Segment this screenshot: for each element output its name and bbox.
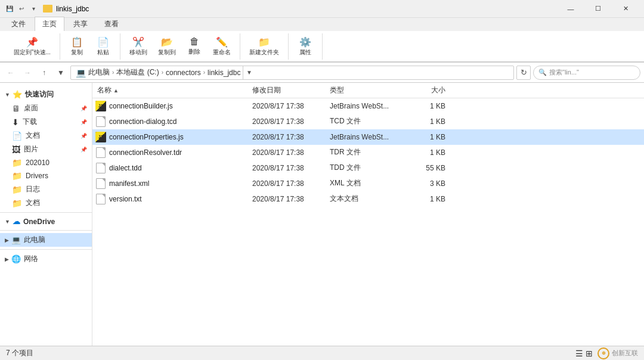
table-row[interactable]: dialect.tdd 2020/8/17 17:38 TDD 文件 55 KB — [92, 160, 644, 176]
desktop-icon: 🖥 — [12, 104, 20, 113]
back-button[interactable]: ← — [4, 66, 18, 80]
generic-file-icon — [95, 162, 107, 174]
search-box[interactable]: 🔍 搜索"lin..." — [533, 66, 640, 80]
sidebar-item-202010[interactable]: 📁 202010 — [0, 156, 92, 169]
rename-label: 重命名 — [213, 48, 231, 57]
dropdown-arrow-icon[interactable]: ▾ — [29, 4, 38, 14]
ribbon-group-nav: 📌 固定到"快速... — [5, 33, 60, 60]
file-name-cell: connection-dialog.tcd — [92, 116, 247, 128]
file-name-cell: connectionResolver.tdr — [92, 147, 247, 159]
paste-button[interactable]: 📄 粘贴 — [91, 35, 115, 58]
sidebar-item-logs[interactable]: 📁 日志 — [0, 182, 92, 196]
table-row[interactable]: connection-dialog.tcd 2020/8/17 17:38 TC… — [92, 114, 644, 129]
table-row[interactable]: connectionResolver.tdr 2020/8/17 17:38 T… — [92, 145, 644, 160]
table-row[interactable]: JS connectionProperties.js 2020/8/17 17:… — [92, 129, 644, 145]
sidebar-docs-label: 文档 — [26, 198, 40, 208]
breadcrumb-connectors[interactable]: connectors — [166, 69, 201, 77]
tab-home[interactable]: 主页 — [35, 17, 64, 31]
sidebar-item-drivers[interactable]: 📁 Drivers — [0, 169, 92, 182]
sort-arrow-icon: ▲ — [113, 88, 119, 94]
delete-button[interactable]: 🗑 删除 — [182, 35, 206, 58]
pin-to-quickaccess-button[interactable]: 📌 固定到"快速... — [10, 35, 55, 58]
file-name: connection-dialog.tcd — [109, 117, 177, 126]
sidebar-item-pictures[interactable]: 🖼 图片 📌 — [0, 142, 92, 156]
quickaccess-star-icon: ⭐ — [13, 90, 22, 99]
sidebar-quickaccess-header[interactable]: ▼ ⭐ 快速访问 — [0, 88, 92, 101]
file-name: dialect.tdd — [109, 164, 142, 172]
copy-label: 复制 — [71, 48, 83, 57]
search-icon: 🔍 — [538, 69, 547, 76]
file-name: connectionBuilder.js — [109, 102, 173, 110]
table-row[interactable]: manifest.xml 2020/8/17 17:38 XML 文档 3 KB — [92, 176, 644, 191]
watermark-logo: ⊕ — [597, 347, 609, 359]
network-icon: 🌐 — [11, 255, 21, 263]
js-file-icon: JS — [95, 131, 107, 143]
copy-to-button[interactable]: 📂 复制到 — [154, 35, 180, 58]
column-date[interactable]: 修改日期 — [247, 85, 325, 95]
sidebar-item-documents[interactable]: 📄 文档 📌 — [0, 129, 92, 142]
sidebar-pictures-label: 图片 — [24, 144, 38, 154]
pictures-pin-icon: 📌 — [80, 147, 87, 153]
new-folder-icon: 📁 — [258, 36, 270, 48]
title-bar: 💾 ↩ ▾ linkis_jdbc — ☐ ✕ — [0, 0, 644, 18]
move-to-button[interactable]: ✂️ 移动到 — [125, 35, 151, 58]
maximize-button[interactable]: ☐ — [584, 0, 612, 18]
breadcrumb-linkis-jdbc[interactable]: linkis_jdbc — [208, 69, 240, 77]
copy-button[interactable]: 📋 复制 — [65, 35, 89, 58]
file-type-cell: JetBrains WebSt... — [325, 133, 402, 141]
sidebar-documents-label: 文档 — [26, 131, 40, 141]
file-size-cell: 1 KB — [402, 102, 450, 110]
sidebar-section-thispc: ▶ 💻 此电脑 — [0, 233, 92, 247]
file-size-cell: 3 KB — [402, 179, 450, 188]
breadcrumb-drive[interactable]: 本地磁盘 (C:) — [116, 67, 159, 77]
view-icons: ☰ ⊞ — [575, 349, 593, 358]
file-list-area: 名称 ▲ 修改日期 类型 大小 JS connectionBuilder.js … — [92, 83, 644, 346]
sidebar-item-downloads[interactable]: ⬇ 下载 📌 — [0, 115, 92, 129]
column-size[interactable]: 大小 — [402, 85, 450, 95]
address-bar[interactable]: 💻 此电脑 › 本地磁盘 (C:) › connectors › linkis_… — [70, 66, 514, 80]
column-name[interactable]: 名称 ▲ — [92, 85, 247, 95]
properties-button[interactable]: ⚙️ 属性 — [293, 35, 317, 58]
sidebar-divider-2 — [0, 230, 92, 231]
main-area: ▼ ⭐ 快速访问 🖥 桌面 📌 ⬇ 下载 📌 📄 文档 📌 🖼 图片 — [0, 83, 644, 346]
close-button[interactable]: ✕ — [612, 0, 639, 18]
tab-share[interactable]: 共享 — [66, 17, 95, 31]
generic-file-icon — [95, 116, 107, 128]
undo-icon[interactable]: ↩ — [17, 4, 26, 14]
column-type[interactable]: 类型 — [325, 85, 402, 95]
documents-icon: 📄 — [12, 131, 22, 141]
forward-button[interactable]: → — [20, 66, 35, 80]
minimize-button[interactable]: — — [557, 0, 584, 18]
table-row[interactable]: version.txt 2020/8/17 17:38 文本文档 1 KB — [92, 191, 644, 207]
sidebar-logs-label: 日志 — [26, 184, 40, 194]
network-arrow-icon: ▶ — [5, 256, 9, 262]
desktop-pin-icon: 📌 — [80, 105, 87, 111]
sidebar-item-thispc[interactable]: ▶ 💻 此电脑 — [0, 233, 92, 247]
table-row[interactable]: JS connectionBuilder.js 2020/8/17 17:38 … — [92, 98, 644, 114]
up-button[interactable]: ↑ — [37, 66, 51, 80]
tab-file[interactable]: 文件 — [4, 17, 33, 31]
sidebar-section-quickaccess: ▼ ⭐ 快速访问 🖥 桌面 📌 ⬇ 下载 📌 📄 文档 📌 🖼 图片 — [0, 88, 92, 210]
sidebar-item-network[interactable]: ▶ 🌐 网络 — [0, 252, 92, 266]
file-rows-container: JS connectionBuilder.js 2020/8/17 17:38 … — [92, 98, 644, 207]
rename-button[interactable]: ✏️ 重命名 — [209, 35, 235, 58]
grid-view-icon[interactable]: ⊞ — [586, 349, 593, 358]
folder-logs-icon: 📁 — [12, 185, 22, 194]
sidebar-item-docs[interactable]: 📁 文档 — [0, 196, 92, 210]
sidebar-onedrive-header[interactable]: ▼ ☁ OneDrive — [0, 215, 92, 228]
tab-view[interactable]: 查看 — [97, 17, 126, 31]
list-view-icon[interactable]: ☰ — [575, 349, 583, 358]
recent-locations-button[interactable]: ▼ — [54, 66, 68, 80]
quick-access-icon: 💾 — [5, 4, 14, 14]
refresh-button[interactable]: ↻ — [516, 66, 531, 80]
address-dropdown-button[interactable]: ▼ — [243, 66, 255, 80]
title-bar-controls: — ☐ ✕ — [557, 0, 639, 18]
breadcrumb-thispc[interactable]: 此电脑 — [88, 67, 110, 77]
item-count: 7 个项目 — [6, 348, 33, 358]
status-right: ☰ ⊞ ⊕ 创新互联 — [575, 347, 638, 359]
sidebar-thispc-label: 此电脑 — [24, 235, 45, 245]
sidebar-item-desktop[interactable]: 🖥 桌面 📌 — [0, 101, 92, 115]
ribbon-group-clipboard: 📋 复制 📄 粘贴 — [60, 33, 120, 60]
folder-icon — [43, 5, 52, 13]
new-folder-button[interactable]: 📁 新建文件夹 — [245, 35, 283, 58]
